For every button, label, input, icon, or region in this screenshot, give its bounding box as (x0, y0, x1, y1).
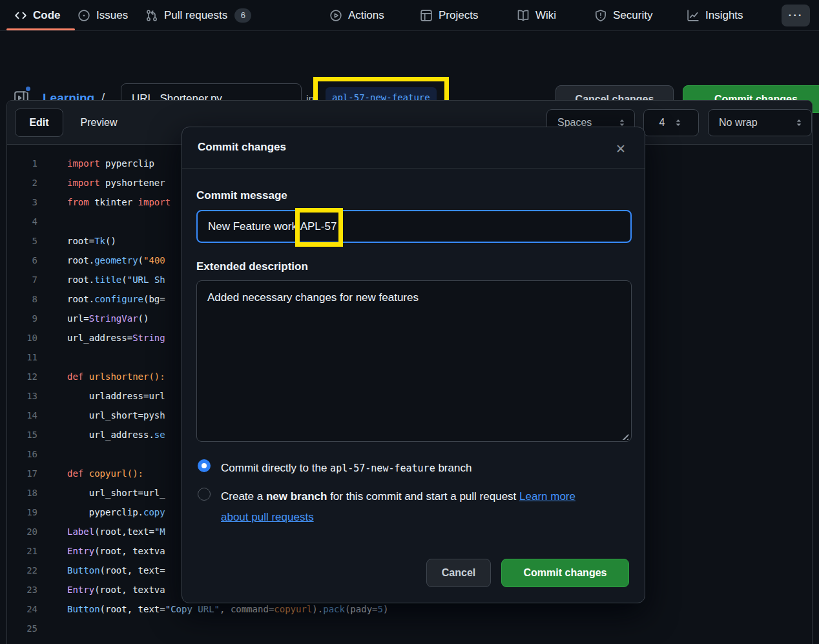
code-line[interactable]: 26root.mainloop() (7, 638, 812, 644)
indent-size-value: 4 (659, 117, 665, 129)
code-text: def urlshortner(): (67, 371, 165, 382)
code-text: Entry(root, textva (67, 585, 165, 595)
commit-message-value: New Feature work (208, 220, 300, 233)
code-text: Label(root,text="M (67, 526, 165, 537)
code-text: def copyurl(): (67, 468, 143, 479)
dialog-commit-button[interactable]: Commit changes (501, 559, 629, 587)
tab-insights-label: Insights (705, 9, 743, 22)
tab-projects[interactable]: Projects (420, 0, 478, 30)
line-number: 6 (7, 255, 37, 265)
line-number: 17 (7, 468, 37, 479)
line-number: 3 (7, 197, 37, 207)
code-text: url_address.se (67, 430, 165, 440)
line-number: 14 (7, 410, 37, 421)
chevron-updown-icon (617, 118, 627, 127)
tab-edit[interactable]: Edit (15, 109, 63, 137)
tab-code-label: Code (33, 9, 61, 22)
github-edit-page: Code Issues Pull requests 6 Actions Proj… (0, 0, 819, 644)
line-number: 10 (7, 333, 37, 343)
code-text: root.configure(bg= (67, 294, 165, 304)
tab-preview[interactable]: Preview (63, 109, 134, 137)
repo-nav: Code Issues Pull requests 6 Actions Proj… (0, 0, 819, 31)
pull-requests-count-badge: 6 (234, 8, 251, 23)
code-text: root=Tk() (67, 236, 116, 246)
line-number: 11 (7, 352, 37, 362)
commit-message-highlighted-text: APL-57 (300, 220, 337, 233)
code-icon (14, 9, 27, 22)
nav-overflow-button[interactable]: ··· (782, 5, 810, 26)
line-number: 21 (7, 546, 37, 556)
line-number: 25 (7, 623, 37, 634)
code-text: root.geometry("400 (67, 255, 165, 265)
tab-pull-requests[interactable]: Pull requests 6 (145, 0, 251, 30)
code-text: pyperclip.copy (67, 507, 165, 517)
line-number: 5 (7, 236, 37, 246)
code-text: url_short=url_ (67, 488, 165, 498)
code-text: Entry(root, textva (67, 546, 165, 556)
radio-create-branch[interactable]: Create a new branch for this commit and … (198, 486, 579, 528)
line-number: 2 (7, 178, 37, 188)
tab-code[interactable]: Code (14, 0, 61, 30)
file-header: Learning / in apl-57-new-feature Cancel … (0, 31, 819, 94)
line-number: 18 (7, 488, 37, 498)
tab-projects-label: Projects (439, 9, 478, 22)
radio-selected-icon[interactable] (198, 459, 211, 472)
commit-message-input[interactable]: New Feature work APL-57 (196, 210, 632, 243)
dialog-header: Commit changes ✕ (182, 127, 645, 169)
chevron-updown-icon (794, 118, 803, 127)
insights-icon (687, 9, 700, 22)
tab-issues[interactable]: Issues (78, 0, 128, 30)
tab-pull-requests-label: Pull requests (164, 9, 227, 22)
wrap-mode-value: No wrap (719, 117, 758, 129)
tab-wiki[interactable]: Wiki (517, 0, 556, 30)
active-tab-underline (6, 28, 75, 30)
indent-size-select[interactable]: 4 (643, 109, 699, 136)
radio-unselected-icon[interactable] (198, 488, 211, 501)
code-text: from tkinter import (67, 197, 171, 207)
line-number: 9 (7, 313, 37, 324)
security-icon (594, 9, 607, 22)
wrap-mode-select[interactable]: No wrap (708, 109, 812, 136)
line-number: 24 (7, 604, 37, 614)
line-number: 16 (7, 449, 37, 459)
dialog-title: Commit changes (198, 141, 286, 154)
radio-commit-direct[interactable]: Commit directly to the apl-57-new-featur… (198, 458, 472, 479)
tab-insights[interactable]: Insights (687, 0, 743, 30)
extended-description-textarea[interactable]: Added necessary changes for new features (196, 280, 632, 442)
projects-icon (420, 9, 433, 22)
dialog-cancel-button[interactable]: Cancel (426, 559, 491, 587)
chevron-updown-icon (674, 118, 683, 127)
tab-actions[interactable]: Actions (329, 0, 384, 30)
line-number: 8 (7, 294, 37, 304)
code-text: Button(root, text= (67, 565, 165, 576)
line-number: 22 (7, 565, 37, 576)
code-text: url_address=String (67, 333, 165, 343)
commit-message-label: Commit message (196, 189, 287, 202)
commit-changes-dialog: Commit changes ✕ Commit message New Feat… (181, 127, 645, 603)
tab-security-label: Security (613, 9, 652, 22)
line-number: 19 (7, 507, 37, 517)
code-text: Button(root, text="Copy URL", command=co… (67, 604, 388, 614)
line-number: 1 (7, 158, 37, 169)
line-number: 13 (7, 391, 37, 401)
line-number: 23 (7, 585, 37, 595)
pull-request-icon (145, 9, 158, 22)
line-number: 20 (7, 526, 37, 537)
code-text: urladdress=url (67, 391, 165, 401)
radio-create-branch-label: Create a new branch for this commit and … (221, 486, 579, 528)
tab-issues-label: Issues (96, 9, 128, 22)
tab-security[interactable]: Security (594, 0, 652, 30)
actions-icon (329, 9, 342, 22)
code-text: url_short=pysh (67, 410, 165, 421)
line-number: 4 (7, 216, 37, 227)
code-text: url=StringVar() (67, 313, 149, 324)
close-icon[interactable]: ✕ (610, 138, 632, 160)
extended-description-label: Extended description (196, 260, 308, 273)
code-line[interactable]: 25 (7, 619, 812, 638)
line-number: 12 (7, 371, 37, 382)
radio-commit-direct-label: Commit directly to the apl-57-new-featur… (221, 458, 472, 479)
tab-wiki-label: Wiki (535, 9, 556, 22)
branch-name-inline: apl-57-new-feature (330, 462, 435, 474)
issues-icon (78, 9, 90, 22)
wiki-icon (517, 9, 530, 22)
